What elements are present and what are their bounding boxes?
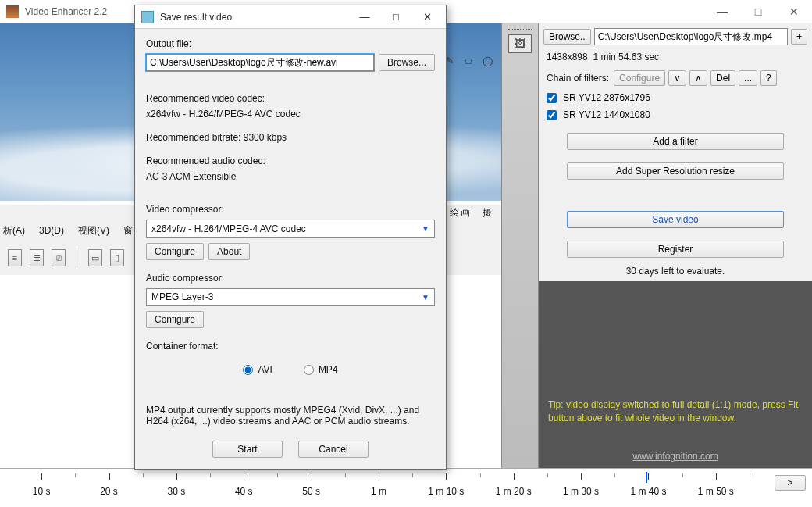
timeline-label: 10 s [33, 486, 51, 497]
dialog-close-button[interactable]: ✕ [411, 6, 443, 28]
toolbar-btn-3[interactable]: ⎚ [52, 249, 66, 266]
container-mp4-radio[interactable] [304, 365, 314, 375]
tick-minor [547, 473, 548, 477]
video-display-area: Tip: video display switched to full deta… [539, 281, 812, 468]
timeline-track[interactable]: 10 s20 s30 s40 s50 s1 m1 m 10 s1 m 20 s1… [8, 473, 750, 480]
add-super-resolution-button[interactable]: Add Super Resolution resize [567, 162, 784, 180]
save-video-button[interactable]: Save video [567, 211, 784, 228]
video-configure-button[interactable]: Configure [146, 243, 204, 260]
tick-minor [345, 473, 346, 477]
source-toolbar: Browse.. + [539, 23, 812, 50]
toolbar-separator [77, 248, 77, 268]
menu-analyze[interactable]: 析(A) [3, 224, 25, 237]
audio-configure-button[interactable]: Configure [146, 311, 204, 328]
chain-row: Chain of filters: Configure ∨ ∧ Del ... … [539, 67, 812, 89]
dialog-icon [141, 11, 154, 23]
tick-minor [277, 473, 278, 477]
source-path-input[interactable] [594, 28, 788, 45]
output-browse-button[interactable]: Browse... [379, 54, 435, 71]
toolbar-btn-5[interactable]: ▯ [110, 249, 124, 266]
tick [514, 473, 515, 480]
timeline-label: 20 s [100, 486, 118, 497]
timeline-forward-button[interactable]: > [775, 475, 806, 491]
source-browse-button[interactable]: Browse.. [543, 29, 591, 45]
cancel-button[interactable]: Cancel [298, 441, 369, 458]
filter-label-2: SR YV12 1440x1080 [563, 109, 650, 120]
timeline[interactable]: 10 s20 s30 s40 s50 s1 m1 m 10 s1 m 20 s1… [0, 468, 812, 507]
chain-configure-button[interactable]: Configure [614, 70, 665, 86]
tick [244, 473, 244, 480]
timeline-label: 1 m [371, 486, 386, 497]
shape-tools: ✎ □ ◯ [443, 55, 493, 67]
tick-minor [750, 473, 750, 477]
window-minimize-button[interactable]: — [704, 0, 740, 23]
container-avi-radio[interactable] [243, 365, 253, 375]
window-close-button[interactable]: ✕ [776, 0, 812, 23]
toolbar-btn-4[interactable]: ▭ [88, 249, 102, 266]
output-file-input[interactable] [146, 54, 374, 71]
tool-tab-3[interactable]: 摄 [483, 206, 493, 220]
audio-compressor-value: MPEG Layer-3 [151, 291, 213, 302]
chain-delete-button[interactable]: Del [710, 70, 735, 86]
audio-compressor-label: Audio compressor: [146, 273, 435, 284]
site-link[interactable]: www.infognition.com [539, 450, 812, 463]
chevron-down-icon: ▼ [422, 224, 429, 233]
grip-icon[interactable] [508, 27, 532, 30]
app-icon [6, 5, 19, 18]
chain-move-up-button[interactable]: ∧ [689, 70, 707, 86]
container-avi-option[interactable]: AVI [243, 364, 272, 375]
square-icon[interactable]: □ [462, 55, 475, 67]
start-button[interactable]: Start [212, 441, 283, 458]
chain-move-down-button[interactable]: ∨ [668, 70, 686, 86]
tick-minor [480, 473, 481, 477]
rec-audio-codec-value: AC-3 ACM Extensible [146, 171, 435, 182]
register-button[interactable]: Register [567, 241, 784, 258]
filter-checkbox-2[interactable] [547, 110, 557, 120]
container-mp4-option[interactable]: MP4 [304, 364, 338, 375]
playhead[interactable] [646, 472, 647, 483]
filter-label-1: SR YV12 2876x1796 [563, 92, 650, 103]
filter-checkbox-1[interactable] [547, 93, 557, 103]
timeline-label: 50 s [302, 486, 320, 497]
chain-help-button[interactable]: ? [760, 70, 777, 86]
circle-icon[interactable]: ◯ [481, 55, 493, 67]
rec-bitrate-text: Recommended bitrate: 9300 kbps [146, 132, 435, 143]
rec-video-codec-value: x264vfw - H.264/MPEG-4 AVC codec [146, 109, 435, 120]
timeline-label: 1 m 10 s [428, 486, 464, 497]
tick [312, 473, 312, 480]
thumbnail-1[interactable]: 🖼 [508, 34, 532, 53]
audio-compressor-select[interactable]: MPEG Layer-3 ▼ [146, 288, 435, 307]
dialog-footer: Start Cancel [135, 436, 446, 469]
menu-3d[interactable]: 3D(D) [39, 225, 64, 236]
video-about-button[interactable]: About [208, 243, 250, 260]
window-maximize-button[interactable]: □ [740, 0, 776, 23]
tick [379, 473, 379, 480]
tick-minor [75, 473, 76, 477]
add-filter-button[interactable]: Add a filter [567, 133, 784, 150]
chain-more-button[interactable]: ... [739, 70, 757, 86]
dialog-maximize-button[interactable]: □ [380, 6, 411, 28]
tick [648, 473, 649, 480]
timeline-label: 1 m 20 s [496, 486, 532, 497]
filter-row-2[interactable]: SR YV12 1440x1080 [539, 106, 812, 123]
video-compressor-select[interactable]: x264vfw - H.264/MPEG-4 AVC codec ▼ [146, 220, 435, 238]
tick [176, 473, 177, 480]
timeline-label: 40 s [235, 486, 253, 497]
toolbar-btn-1[interactable]: ≡ [8, 249, 22, 266]
timeline-label: 30 s [168, 486, 186, 497]
output-file-label: Output file: [146, 38, 435, 49]
tool-tab-2[interactable]: 绘画 [450, 206, 472, 220]
tick-minor [412, 473, 413, 477]
dialog-minimize-button[interactable]: — [349, 6, 380, 28]
menu-view[interactable]: 视图(V) [78, 224, 109, 237]
evaluation-text: 30 days left to evaluate. [539, 261, 812, 281]
rec-audio-codec-label: Recommended audio codec: [146, 155, 435, 166]
timeline-label: 1 m 30 s [563, 486, 599, 497]
toolbar-btn-2[interactable]: ≣ [30, 249, 44, 266]
source-add-button[interactable]: + [791, 29, 807, 45]
filter-row-1[interactable]: SR YV12 2876x1796 [539, 89, 812, 106]
tick [41, 473, 42, 480]
chain-label: Chain of filters: [547, 73, 609, 84]
dialog-titlebar[interactable]: Save result video — □ ✕ [135, 5, 446, 29]
mp4-note-text: MP4 output currently supports mostly MPE… [146, 405, 435, 427]
